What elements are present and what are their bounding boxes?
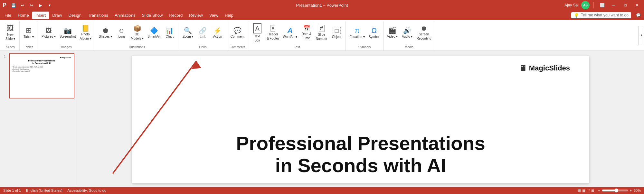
menu-insert[interactable]: Insert	[32, 12, 49, 19]
status-bar: Slide 1 of 1 English (United States) Acc…	[0, 187, 644, 194]
icons-button[interactable]: ☺ Icons	[114, 22, 128, 44]
text-box-button[interactable]: A TextBox	[250, 22, 264, 44]
comments-btn[interactable]: 💬	[634, 11, 643, 20]
zoom-in-btn[interactable]: +	[630, 189, 632, 192]
status-right: ☰ ▦ ⬚ ⊞ − + 60%	[578, 189, 641, 193]
window-title: Presentation1 – PowerPoint	[296, 3, 348, 8]
audio-icon: 🔊	[403, 27, 411, 34]
restore-btn[interactable]: ⧉	[621, 1, 630, 10]
redo-btn[interactable]: ↪	[28, 1, 35, 9]
slide-sorter-btn[interactable]: ▦	[582, 189, 585, 193]
view-buttons: ☰ ▦ ⬚ ⊞	[578, 189, 594, 193]
ribbon-collapse-btn[interactable]: ∧	[638, 26, 644, 45]
slide-canvas[interactable]: 🖥 MagicSlides Professional Presentations…	[132, 56, 589, 183]
menu-help[interactable]: Help	[222, 12, 237, 19]
screen-recording-button[interactable]: ⏺ ScreenRecording	[415, 22, 433, 44]
zoom-icon: 🔍	[184, 27, 192, 34]
header-footer-button[interactable]: ≡ Header& Footer	[265, 22, 280, 44]
menu-animations[interactable]: Animations	[111, 12, 138, 19]
equation-button[interactable]: π Equation ▾	[348, 22, 366, 44]
slide-number-indicator: 1	[4, 55, 6, 59]
ribbon-group-slides: 🖼 NewSlide ▾ Slides	[1, 21, 20, 51]
table-label: Table ▾	[24, 35, 34, 39]
smartart-button[interactable]: 🔷 SmartArt	[146, 22, 162, 44]
menu-home[interactable]: Home	[14, 12, 32, 19]
link-icon: 🔗	[199, 27, 207, 34]
icons-icon: ☺	[118, 27, 125, 34]
zoom-slider-thumb	[614, 189, 618, 192]
screenshot-label: Screenshot	[60, 34, 76, 39]
wordart-button[interactable]: A WordArt ▾	[281, 22, 299, 44]
menu-design[interactable]: Design	[65, 12, 85, 19]
zoom-slider-fill	[602, 189, 615, 191]
ribbon-group-text: A TextBox ≡ Header& Footer A WordArt ▾ 📅…	[248, 21, 346, 51]
search-box[interactable]: 💡 Tell me what you want to do	[571, 12, 631, 18]
undo-btn[interactable]: ↩	[19, 1, 26, 9]
shapes-icon: ⬟	[103, 27, 108, 34]
equation-icon: π	[355, 27, 359, 34]
zoom-out-btn[interactable]: −	[598, 189, 600, 192]
audio-button[interactable]: 🔊 Audio ▾	[400, 22, 414, 44]
new-slide-button[interactable]: 🖼 NewSlide ▾	[3, 22, 17, 44]
slide-number-label: SlideNumber	[316, 32, 327, 41]
tables-group-label: Tables	[22, 45, 36, 50]
object-button[interactable]: ◻ Object	[329, 22, 344, 44]
menu-view[interactable]: View	[206, 12, 222, 19]
menu-slideshow[interactable]: Slide Show	[138, 12, 166, 19]
thumb-bullet-2: • No Credit Card Required	[12, 69, 71, 71]
shapes-button[interactable]: ⬟ Shapes ▾	[97, 22, 114, 44]
pictures-icon: 🖼	[45, 27, 52, 34]
slide-thumbnail[interactable]: 🖥 MagicSlides Professional Presentations…	[9, 53, 74, 98]
ribbon-toggle-btn[interactable]: ⬜	[598, 1, 607, 10]
chart-button[interactable]: 📊 Chart	[163, 22, 177, 44]
zoom-button[interactable]: 🔍 Zoom ▾	[181, 22, 195, 44]
photo-album-label: PhotoAlbum ▾	[80, 32, 91, 41]
text-box-icon: A	[253, 23, 261, 33]
table-button[interactable]: ⊞ Table ▾	[22, 22, 36, 44]
save-btn[interactable]: 💾	[10, 1, 17, 9]
3d-models-label: 3DModels ▾	[131, 32, 144, 41]
minimize-btn[interactable]: ─	[609, 1, 618, 10]
pictures-button[interactable]: 🖼 Pictures ▾	[40, 22, 57, 44]
datetime-label: Date &Time	[302, 32, 312, 40]
present-btn[interactable]: ▶	[37, 1, 44, 9]
customize-btn[interactable]: ▼	[46, 1, 53, 9]
title-bar-right: Ajay Sai AS ⬜ ─ ⧉ ✕	[564, 1, 641, 10]
presenter-view-btn[interactable]: ⊞	[591, 189, 594, 193]
reading-view-btn[interactable]: ⬚	[587, 189, 590, 193]
main-area: 1 🖥 MagicSlides Professional Presentatio…	[0, 51, 644, 187]
action-button[interactable]: ⚡ Action	[211, 22, 225, 44]
text-group-label: Text	[250, 45, 344, 50]
title-bar: P 💾 ↩ ↪ ▶ ▼ Presentation1 – PowerPoint A…	[0, 0, 644, 10]
link-label: Link	[200, 34, 206, 39]
comment-button[interactable]: 💬 Comment	[229, 22, 246, 44]
smartart-icon: 🔷	[150, 27, 158, 34]
language-info: English (United States)	[26, 189, 62, 192]
magic-slides-icon: 🖥	[519, 64, 526, 73]
accessibility-info: Accessibility: Good to go	[68, 189, 106, 192]
ribbon-group-media: 🎬 Video ▾ 🔊 Audio ▾ ⏺ ScreenRecording Me…	[384, 21, 435, 51]
video-button[interactable]: 🎬 Video ▾	[385, 22, 400, 44]
menu-review[interactable]: Review	[186, 12, 206, 19]
smartart-label: SmartArt	[147, 34, 160, 39]
photo-album-button[interactable]: 📒 PhotoAlbum ▾	[78, 22, 93, 44]
ribbon-group-comments: 💬 Comment Comments	[227, 21, 248, 51]
screenshot-button[interactable]: 📷 Screenshot	[58, 22, 78, 44]
user-avatar[interactable]: AS	[581, 1, 590, 9]
canvas-area: 🖥 MagicSlides Professional Presentations…	[77, 51, 644, 187]
3d-models-button[interactable]: 📦 3DModels ▾	[129, 22, 145, 44]
close-btn[interactable]: ✕	[632, 1, 641, 10]
title-bar-left: P 💾 ↩ ↪ ▶ ▼	[3, 1, 53, 9]
menu-transitions[interactable]: Transitions	[85, 12, 111, 19]
menu-draw[interactable]: Draw	[49, 12, 65, 19]
link-button[interactable]: 🔗 Link	[196, 22, 210, 44]
equation-label: Equation ▾	[349, 35, 365, 39]
ribbon-group-links: 🔍 Zoom ▾ 🔗 Link ⚡ Action Links	[179, 21, 227, 51]
slide-number-button[interactable]: # SlideNumber	[314, 22, 329, 44]
menu-record[interactable]: Record	[166, 12, 186, 19]
menu-file[interactable]: File	[1, 12, 14, 19]
datetime-button[interactable]: 📅 Date &Time	[299, 22, 314, 44]
symbol-button[interactable]: Ω Symbol	[367, 22, 381, 44]
zoom-slider[interactable]	[602, 189, 628, 191]
normal-view-btn[interactable]: ☰	[578, 189, 581, 193]
